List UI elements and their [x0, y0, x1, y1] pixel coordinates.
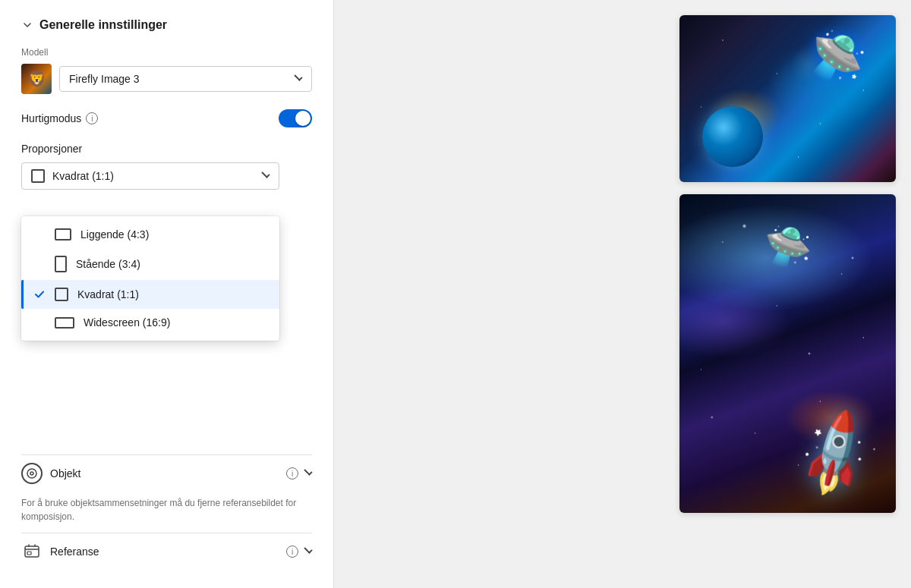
objekt-label: Objekt: [50, 467, 279, 480]
widescreen-label: Widescreen (16:9): [84, 316, 170, 329]
hurtigmodus-toggle[interactable]: [279, 109, 312, 127]
space-image-2: 🛸: [679, 194, 896, 513]
objekt-row: Objekt i: [21, 454, 312, 492]
referanse-info-icon[interactable]: i: [286, 546, 298, 558]
hurtigmodus-info-icon[interactable]: i: [86, 112, 98, 124]
section-title: Generelle innstillinger: [39, 18, 167, 32]
toggle-label-group: Hurtigmodus i: [21, 112, 98, 124]
square-icon: [55, 288, 68, 301]
objekt-icon: [21, 463, 43, 484]
aspect-chevron-icon: [261, 170, 270, 178]
section-header: Generelle innstillinger: [21, 18, 312, 32]
dropdown-item-portrait[interactable]: Stående (3:4): [21, 248, 279, 280]
widescreen-icon: [55, 317, 74, 329]
dropdown-item-square[interactable]: Kvadrat (1:1): [21, 280, 279, 309]
referanse-right: i: [286, 546, 312, 558]
portrait-label: Stående (3:4): [76, 258, 140, 270]
svg-rect-3: [27, 552, 31, 555]
referanse-row: Referanse i: [21, 533, 312, 570]
selected-indicator: [21, 280, 24, 309]
collapse-icon[interactable]: [21, 19, 33, 31]
square-aspect-icon: [31, 169, 45, 183]
svg-point-0: [27, 469, 36, 478]
objekt-right: i: [286, 467, 312, 480]
dropdown-item-widescreen[interactable]: Widescreen (16:9): [21, 309, 279, 336]
planet-element: [702, 106, 763, 167]
image-card-1[interactable]: [679, 15, 896, 182]
hint-text: For å bruke objektsammensetninger må du …: [21, 492, 312, 533]
settings-panel: Generelle innstillinger Modell Firefly I…: [0, 0, 334, 588]
dropdown-item-landscape[interactable]: Liggende (4:3): [21, 221, 279, 248]
spaceship-element: 🛸: [764, 225, 812, 269]
objekt-chevron-icon: [304, 467, 312, 476]
hurtigmodus-label: Hurtigmodus: [21, 112, 81, 124]
bottom-section: Objekt i For å bruke objektsammensetning…: [0, 454, 333, 588]
referanse-label: Referanse: [50, 546, 279, 558]
model-row: Firefly Image 3: [21, 64, 312, 94]
check-icon: [33, 288, 46, 300]
image-card-2[interactable]: 🛸: [679, 194, 896, 513]
svg-point-1: [30, 472, 33, 475]
portrait-icon: [55, 256, 67, 272]
aspect-ratio-label: Kvadrat (1:1): [52, 170, 254, 182]
square-label: Kvadrat (1:1): [77, 288, 139, 300]
landscape-label: Liggende (4:3): [80, 228, 149, 241]
hurtigmodus-row: Hurtigmodus i: [21, 109, 312, 127]
proporsjoner-label: Proporsjoner: [21, 143, 312, 155]
model-select-button[interactable]: Firefly Image 3: [59, 66, 312, 92]
model-chevron-icon: [294, 73, 302, 81]
model-label: Modell: [21, 47, 312, 58]
space-image-1: [679, 15, 896, 182]
model-select-text: Firefly Image 3: [69, 73, 140, 85]
referanse-chevron-icon: [304, 546, 312, 554]
aspect-ratio-button[interactable]: Kvadrat (1:1): [21, 162, 279, 190]
objekt-info-icon[interactable]: i: [286, 467, 298, 480]
aspect-ratio-dropdown: Liggende (4:3) Stående (3:4) Kvadrat (1:…: [21, 216, 279, 341]
referanse-icon: [21, 541, 43, 562]
image-results-panel: 🛸: [334, 0, 911, 588]
model-thumbnail: [21, 64, 52, 94]
landscape-icon: [55, 228, 71, 241]
